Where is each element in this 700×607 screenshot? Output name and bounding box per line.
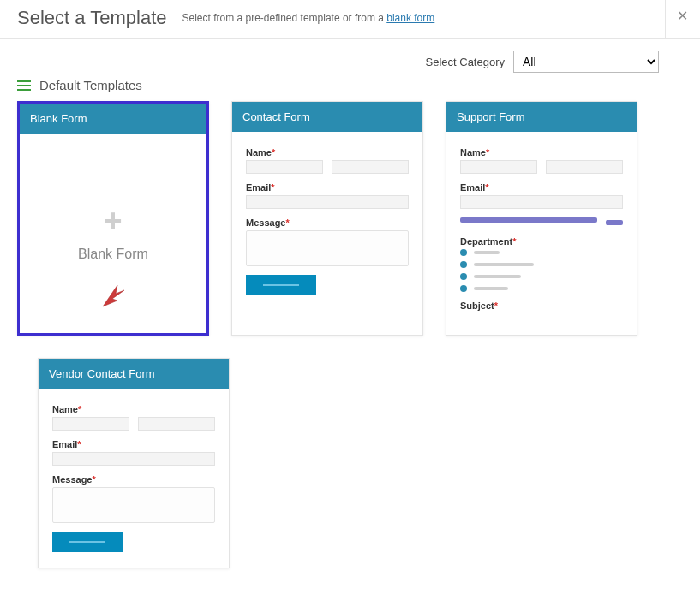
field-email: Email* [52,439,215,466]
header-divider [665,0,666,38]
field-email: Email* [246,182,409,209]
field-message: Message* [52,474,215,523]
field-label: Email* [246,182,409,193]
input-placeholder [246,160,323,174]
field-label: Department* [460,236,623,247]
input-placeholder [138,417,215,431]
hamburger-icon [17,80,31,91]
submit-button-placeholder [52,532,123,552]
field-email: Email* [460,182,623,209]
field-label: Name* [460,147,623,158]
category-select[interactable]: All [513,51,659,73]
section-header: Default Templates [0,73,700,101]
category-label: Select Category [426,56,506,68]
radio-option [460,249,623,256]
input-placeholder [246,195,409,209]
dialog-subtitle: Select from a pre-defined template or fr… [182,12,434,24]
card-header: Contact Form [232,102,422,132]
plus-icon: + [104,205,122,236]
card-body: Name* Email* Message* [232,132,422,335]
field-name: Name* [246,147,409,174]
field-label: Email* [460,182,623,193]
template-card-contact[interactable]: Contact Form Name* Email* Message* [231,101,423,336]
card-body: Name* Email* Department* Subject* [446,132,637,335]
close-icon: ✕ [677,9,688,23]
input-placeholder [52,417,129,431]
field-label: Name* [52,404,215,414]
dialog-title: Select a Template [17,7,166,29]
radio-option [460,285,623,292]
input-placeholder [460,195,623,209]
field-subject: Subject* [460,301,623,311]
submit-button-placeholder [246,275,316,295]
input-placeholder [52,452,215,466]
template-card-support[interactable]: Support Form Name* Email* Department* [446,101,637,336]
card-header: Blank Form [20,104,206,134]
field-label: Name* [246,147,409,158]
field-label: Subject* [460,301,623,311]
input-placeholder [546,160,623,174]
section-title: Default Templates [39,78,142,92]
cursor-arrow-icon [100,280,126,309]
blank-form-label: Blank Form [78,247,148,262]
field-name: Name* [460,147,623,174]
card-header: Vendor Contact Form [39,359,229,389]
card-body: Name* Email* Message* [39,389,229,568]
textarea-placeholder [246,230,409,266]
close-button[interactable]: ✕ [677,8,688,24]
field-label: Message* [52,474,215,485]
toolbar: Select Category All [0,39,700,73]
template-card-blank[interactable]: Blank Form + Blank Form [17,101,209,336]
subtitle-text: Select from a pre-defined template or fr… [182,12,386,24]
field-department: Department* [460,236,623,292]
radio-option [460,273,623,280]
field-label: Email* [52,439,215,449]
input-placeholder [332,160,409,174]
field-name: Name* [52,404,215,431]
field-skeleton [460,217,623,228]
template-grid: Blank Form + Blank Form Contact Form Nam… [0,101,700,594]
field-label: Message* [246,217,409,228]
template-card-vendor[interactable]: Vendor Contact Form Name* Email* Message… [38,358,230,568]
card-body: + Blank Form [20,134,206,333]
dialog-header: Select a Template Select from a pre-defi… [0,0,700,39]
textarea-placeholder [52,487,215,523]
field-message: Message* [246,217,409,266]
card-header: Support Form [446,102,637,132]
input-placeholder [460,160,537,174]
radio-option [460,261,623,268]
blank-form-link[interactable]: blank form [386,12,434,24]
